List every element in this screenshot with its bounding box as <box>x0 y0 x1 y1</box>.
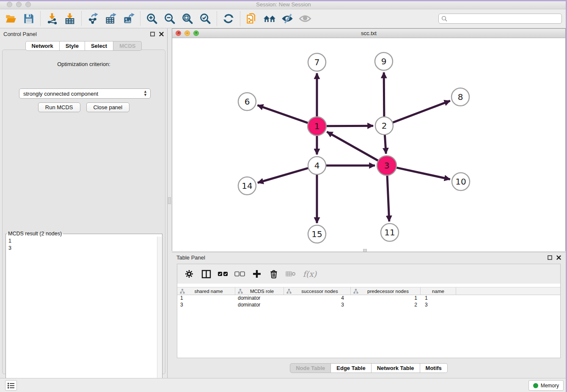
cell-successor-nodes[interactable]: 3 <box>284 302 351 309</box>
edge-2-8[interactable] <box>393 101 450 122</box>
export-image-icon[interactable] <box>121 11 136 26</box>
edge-1-2[interactable] <box>326 126 373 126</box>
node-label: 3 <box>384 160 390 171</box>
split-panel-icon[interactable] <box>198 266 214 282</box>
shared-column-icon <box>286 289 292 294</box>
table-row[interactable]: 1dominator411 <box>177 295 560 302</box>
cell-name[interactable]: 1 <box>421 295 456 302</box>
close-panel-icon[interactable] <box>556 255 561 260</box>
network-canvas[interactable]: 7968124314101511 <box>172 38 565 251</box>
tab-edge-table[interactable]: Edge Table <box>331 363 371 373</box>
column-header-shared-name[interactable]: shared name <box>177 287 235 295</box>
close-panel-button[interactable]: Close panel <box>86 102 130 112</box>
network-window-titlebar[interactable]: ✕ − + scc.txt <box>172 29 565 38</box>
table-row[interactable]: 3dominator323 <box>177 302 560 309</box>
cell-shared-name[interactable]: 3 <box>177 302 235 309</box>
toolbar-separator <box>40 11 41 26</box>
edge-3-10[interactable] <box>396 168 450 179</box>
edge-3-11[interactable] <box>387 175 389 221</box>
zoom-selected-icon[interactable] <box>198 11 213 26</box>
tab-motifs[interactable]: Motifs <box>420 363 448 373</box>
vertical-splitter-handle[interactable] <box>168 197 171 204</box>
minimize-view-button[interactable]: − <box>184 30 190 36</box>
deselect-all-icon[interactable] <box>232 266 248 282</box>
column-header-predecessor-nodes[interactable]: predecessor nodes <box>351 287 421 295</box>
import-table-icon[interactable] <box>62 11 77 26</box>
column-header-name[interactable]: name <box>421 287 456 295</box>
node-label: 7 <box>314 57 320 67</box>
cell-MCDS-role[interactable]: dominator <box>235 295 284 302</box>
delete-column-icon[interactable] <box>266 266 281 282</box>
table-header-row: shared nameMCDS rolesuccessor nodesprede… <box>177 287 560 295</box>
title-bar: Session: New Session <box>0 0 567 9</box>
cell-predecessor-nodes[interactable]: 2 <box>351 302 421 309</box>
import-network-icon[interactable] <box>44 11 60 26</box>
tab-network[interactable]: Network <box>25 41 60 51</box>
tab-mcds[interactable]: MCDS <box>113 41 142 51</box>
tab-network-table[interactable]: Network Table <box>372 363 420 373</box>
edge-1-6[interactable] <box>258 105 308 123</box>
hide-selected-icon[interactable] <box>280 11 295 26</box>
apply-layout-icon[interactable] <box>221 11 236 26</box>
shared-column-icon <box>180 289 185 294</box>
mcds-result-list[interactable]: 13 <box>6 237 157 392</box>
float-panel-icon[interactable] <box>150 32 155 36</box>
close-view-button[interactable]: ✕ <box>176 30 181 36</box>
function-builder-icon: f(x) <box>300 266 319 282</box>
zoom-fit-icon[interactable] <box>180 11 195 26</box>
column-header-MCDS-role[interactable]: MCDS role <box>235 287 284 295</box>
cell-name[interactable]: 3 <box>421 302 456 309</box>
select-all-icon[interactable] <box>215 266 231 282</box>
node-label: 10 <box>455 177 466 187</box>
edge-4-14[interactable] <box>258 168 308 183</box>
float-panel-icon[interactable] <box>548 255 552 260</box>
control-panel-title: Control Panel <box>3 31 150 37</box>
memory-status-icon <box>533 383 538 388</box>
run-mcds-button[interactable]: Run MCDS <box>38 102 80 112</box>
export-network-icon[interactable] <box>85 11 101 26</box>
task-history-button[interactable] <box>5 380 17 391</box>
search-input[interactable] <box>449 14 561 23</box>
save-session-icon[interactable] <box>21 11 36 26</box>
tab-style[interactable]: Style <box>60 41 85 51</box>
zoom-in-icon[interactable] <box>144 11 160 26</box>
zoom-out-icon[interactable] <box>162 11 177 26</box>
horizontal-splitter-handle[interactable] <box>363 249 367 252</box>
cell-successor-nodes[interactable]: 4 <box>284 295 351 302</box>
mcds-result-title: MCDS result (2 nodes) <box>7 231 63 237</box>
node-label: 8 <box>458 92 463 102</box>
open-file-icon[interactable] <box>3 11 19 26</box>
optimization-criterion-label: Optimization criterion: <box>3 61 165 67</box>
memory-label: Memory <box>541 383 559 389</box>
toolbar-separator <box>240 11 240 26</box>
edge-3-1[interactable] <box>327 132 378 160</box>
table-panel-title: Table Panel <box>176 254 548 261</box>
toolbar-separator <box>140 11 140 26</box>
cell-MCDS-role[interactable]: dominator <box>235 302 284 309</box>
add-column-icon[interactable] <box>249 266 264 282</box>
delete-table-icon <box>283 266 298 282</box>
first-neighbors-icon[interactable] <box>262 11 277 26</box>
edge-2-3[interactable] <box>385 135 386 154</box>
criterion-dropdown[interactable]: strongly connected component ▲▼ <box>19 88 151 99</box>
memory-button[interactable]: Memory <box>528 380 564 391</box>
maximize-view-button[interactable]: + <box>193 30 199 36</box>
tab-select[interactable]: Select <box>85 41 113 51</box>
search-field[interactable] <box>438 14 562 24</box>
edge-2-9[interactable] <box>384 72 384 117</box>
control-panel-tabs: NetworkStyleSelectMCDS <box>0 41 167 51</box>
cell-predecessor-nodes[interactable]: 1 <box>351 295 421 302</box>
column-header-successor-nodes[interactable]: successor nodes <box>284 287 351 295</box>
result-scrollbar[interactable] <box>157 237 162 392</box>
export-table-icon[interactable] <box>103 11 118 26</box>
network-title: scc.txt <box>172 30 565 36</box>
new-network-from-selection-icon[interactable] <box>244 11 259 26</box>
close-panel-icon[interactable] <box>159 32 164 36</box>
gear-icon[interactable] <box>182 266 197 282</box>
node-label: 15 <box>311 229 322 239</box>
tab-node-table[interactable]: Node Table <box>290 363 331 373</box>
node-label: 4 <box>314 160 320 171</box>
window-border-top <box>0 0 567 1</box>
table-body: 1dominator4113dominator323 <box>177 295 560 309</box>
cell-shared-name[interactable]: 1 <box>177 295 235 302</box>
